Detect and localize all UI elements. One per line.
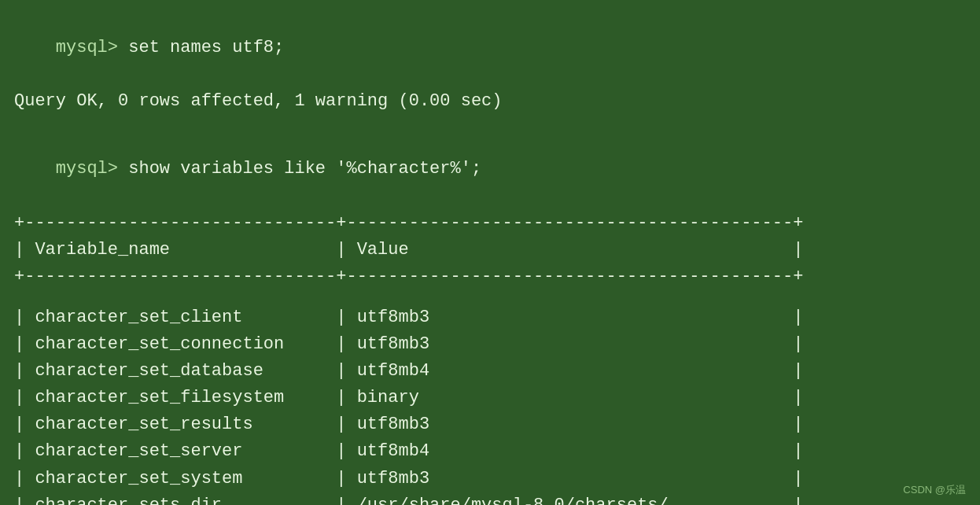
command-text-1: set names utf8;: [128, 38, 284, 57]
table-row-8: | character_sets_dir | /usr/share/mysql-…: [14, 492, 966, 505]
command-text-2: show variables like '%character%';: [128, 159, 481, 179]
table-row-7: | character_set_system | utf8mb3 |: [14, 466, 966, 492]
table-row-4: | character_set_filesystem | binary |: [14, 385, 966, 411]
separator-top: +------------------------------+--------…: [14, 210, 966, 237]
table-row-1: | character_set_client | utf8mb3 |: [14, 304, 966, 331]
command-line-2: mysql> show variables like '%character%'…: [14, 129, 966, 209]
prompt-2: mysql>: [56, 159, 128, 179]
spacer-2: [14, 290, 966, 304]
table-row-2: | character_set_connection | utf8mb3 |: [14, 331, 966, 358]
table-row-6: | character_set_server | utf8mb4 |: [14, 438, 966, 465]
result-line-1: Query OK, 0 rows affected, 1 warning (0.…: [14, 88, 966, 115]
command-line-1: mysql> set names utf8;: [14, 8, 966, 88]
terminal-output: mysql> set names utf8; Query OK, 0 rows …: [14, 8, 966, 505]
table-row-3: | character_set_database | utf8mb4 |: [14, 358, 966, 385]
spacer-1: [14, 115, 966, 129]
table-row-5: | character_set_results | utf8mb3 |: [14, 411, 966, 438]
prompt-1: mysql>: [56, 38, 128, 57]
watermark: CSDN @乐温: [903, 483, 966, 497]
separator-mid: +------------------------------+--------…: [14, 264, 966, 290]
table-header: | Variable_name | Value |: [14, 237, 966, 264]
